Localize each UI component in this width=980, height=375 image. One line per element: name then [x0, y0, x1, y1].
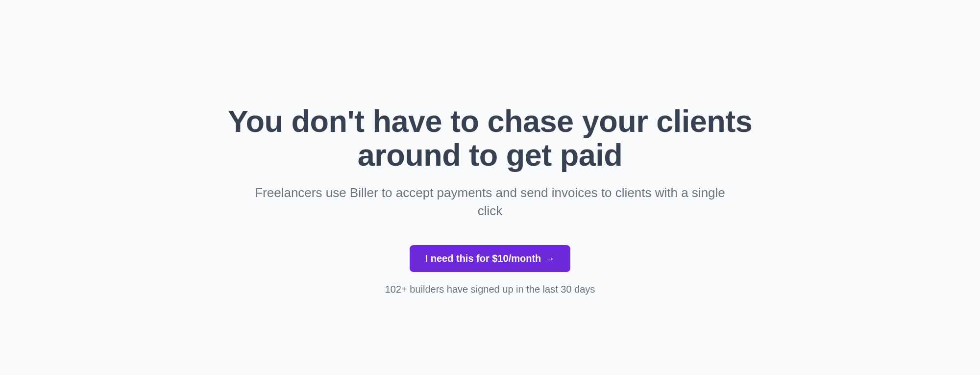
cta-button[interactable]: I need this for $10/month → — [410, 245, 571, 272]
hero-subheadline: Freelancers use Biller to accept payment… — [245, 184, 735, 220]
hero-headline: You don't have to chase your clients aro… — [220, 104, 760, 173]
hero-section: You don't have to chase your clients aro… — [220, 104, 760, 295]
arrow-right-icon: → — [545, 253, 555, 264]
social-proof-text: 102+ builders have signed up in the last… — [385, 284, 595, 295]
cta-label: I need this for $10/month — [425, 253, 541, 264]
